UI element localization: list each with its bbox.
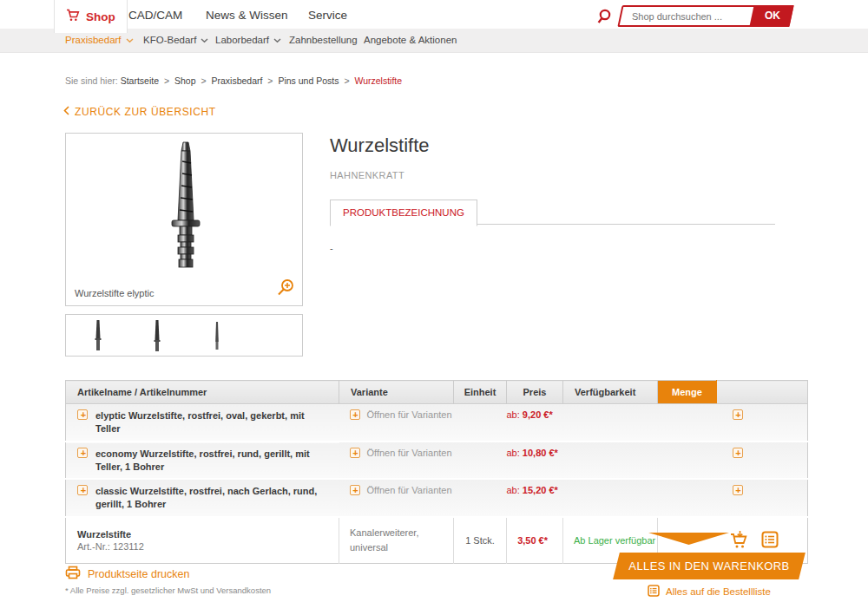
category-nav: Praxisbedarf KFO-Bedarf Laborbedarf Zahn… — [0, 29, 868, 53]
orderlist-label: Alles auf die Bestellliste — [666, 586, 771, 597]
product-page: Shop CAD/CAM News & Wissen Service OK Pr… — [0, 0, 868, 602]
variant-row-economy: economy Wurzelstifte, rostfrei, rund, ge… — [66, 442, 808, 480]
nav-tab-shop-label: Shop — [86, 10, 115, 23]
add-all-to-orderlist-link[interactable]: Alles auf die Bestellliste — [616, 585, 802, 599]
subnav-label: Praxisbedarf — [65, 35, 122, 45]
open-variants-label: Öffnen für Varianten — [367, 448, 452, 458]
article-number: Art.-Nr.: 123112 — [66, 540, 339, 552]
price-footnote: * Alle Preise zzgl. gesetzlicher MwSt un… — [65, 586, 271, 595]
subnav-label: Laborbedarf — [215, 35, 269, 45]
subnav-laborbedarf[interactable]: Laborbedarf — [215, 35, 281, 45]
breadcrumb-separator: > — [201, 75, 206, 86]
col-header-einheit: Einheit — [454, 381, 507, 404]
breadcrumb-current: Wurzelstifte — [354, 75, 402, 86]
add-all-label: ALLES IN DEN WARENKORB — [616, 559, 802, 573]
main-nav: Shop CAD/CAM News & Wissen Service OK — [0, 0, 868, 29]
add-quantity-icon[interactable] — [733, 485, 743, 495]
page-title: Wurzelstifte — [330, 134, 807, 157]
shop-search: OK — [597, 5, 806, 28]
subnav-zahnbestellung[interactable]: Zahnbestellung — [289, 35, 358, 45]
variant-row-elyptic: elyptic Wurzelstifte, rostfrei, oval, ge… — [66, 404, 808, 442]
product-image[interactable] — [161, 141, 210, 279]
price-prefix: ab: — [507, 409, 520, 420]
price-prefix: ab: — [507, 448, 520, 458]
expand-row-icon[interactable] — [77, 409, 88, 420]
nav-tab-shop[interactable]: Shop — [54, 0, 128, 33]
table-header-row: Artikelname / Artikelnummer Variante Ein… — [66, 381, 808, 404]
product-image-box: Wurzelstifte elyptic — [65, 133, 303, 306]
breadcrumb-link-praxisbedarf[interactable]: Praxisbedarf — [211, 75, 262, 86]
add-to-cart-icon[interactable] — [729, 530, 750, 551]
breadcrumb-link-startseite[interactable]: Startseite — [121, 75, 159, 86]
open-variants-link[interactable]: Öffnen für Varianten — [339, 448, 454, 458]
thumbnail-3[interactable] — [214, 319, 220, 353]
subnav-angebote-aktionen[interactable]: Angebote & Aktionen — [364, 35, 457, 45]
chevron-down-icon — [273, 35, 281, 45]
cart-icon — [66, 9, 81, 25]
thumbnail-strip — [65, 314, 303, 357]
chevron-down-icon — [201, 35, 208, 45]
open-variants-label: Öffnen für Varianten — [367, 485, 452, 495]
thumbnail-2[interactable] — [153, 319, 161, 353]
breadcrumb-separator: > — [344, 75, 349, 86]
zoom-image-icon[interactable] — [276, 278, 295, 300]
variant-text: Kanalerweiterer, universal — [339, 517, 454, 563]
breadcrumb-link-shop[interactable]: Shop — [174, 75, 196, 86]
product-description: - — [330, 243, 333, 253]
subnav-label: KFO-Bedarf — [143, 35, 196, 45]
add-quantity-icon[interactable] — [733, 448, 743, 458]
chevron-down-icon — [126, 35, 134, 45]
thumbnail-1[interactable] — [94, 319, 102, 353]
search-input[interactable] — [632, 7, 745, 25]
expand-row-icon[interactable] — [77, 485, 88, 495]
col-header-menge: Menge — [658, 381, 717, 404]
open-variants-label: Öffnen für Varianten — [367, 409, 452, 420]
breadcrumb-separator: > — [267, 75, 273, 86]
print-label: Produktseite drucken — [88, 568, 189, 580]
open-variants-link[interactable]: Öffnen für Varianten — [339, 409, 454, 420]
back-to-overview-link[interactable]: ZURÜCK ZUR ÜBERSICHT — [63, 106, 216, 118]
search-icon[interactable] — [597, 8, 615, 29]
breadcrumb: Sie sind hier: Startseite > Shop > Praxi… — [65, 75, 402, 86]
back-link-label: ZURÜCK ZUR ÜBERSICHT — [75, 106, 216, 118]
nav-tab-news-wissen[interactable]: News & Wissen — [206, 9, 288, 22]
col-header-variante: Variante — [339, 381, 454, 404]
price-value: 10,80 €* — [523, 448, 558, 458]
search-ok-button[interactable]: OK — [759, 10, 786, 22]
breadcrumb-link-pins-und-posts[interactable]: Pins und Posts — [278, 75, 339, 86]
plus-icon — [350, 448, 360, 458]
list-icon — [648, 585, 660, 599]
subnav-kfo-bedarf[interactable]: KFO-Bedarf — [143, 35, 208, 45]
col-header-actions — [717, 381, 808, 404]
col-header-preis: Preis — [507, 381, 563, 404]
price-prefix: ab: — [507, 485, 520, 495]
unit-value: 1 Stck. — [454, 517, 507, 563]
nav-tab-service[interactable]: Service — [308, 9, 347, 22]
open-variants-link[interactable]: Öffnen für Varianten — [339, 485, 454, 495]
col-header-artikelname: Artikelname / Artikelnummer — [66, 381, 339, 404]
product-image-caption: Wurzelstifte elyptic — [75, 288, 155, 298]
price-value: 3,50 €* — [517, 535, 548, 546]
detail-tabbar: PRODUKTBEZEICHNUNG — [330, 200, 775, 226]
article-name: Wurzelstifte — [66, 529, 339, 540]
quantity-band-arrow — [648, 533, 729, 545]
article-name: elyptic Wurzelstifte, rostfrei, oval, ge… — [95, 409, 339, 435]
subnav-praxisbedarf[interactable]: Praxisbedarf — [65, 35, 134, 45]
price-value: 15,20 €* — [523, 485, 558, 495]
product-detail-column: Wurzelstifte HAHNENKRATT PRODUKTBEZEICHN… — [330, 134, 807, 157]
nav-tab-cadcam[interactable]: CAD/CAM — [128, 9, 182, 22]
article-table-zone: Artikelname / Artikelnummer Variante Ein… — [65, 380, 807, 564]
article-name: economy Wurzelstifte, rostfrei, rund, ge… — [95, 448, 339, 474]
add-to-list-icon[interactable] — [761, 531, 779, 550]
brand-name: HAHNENKRATT — [330, 170, 404, 180]
col-header-verfuegbarkeit: Verfügbarkeit — [563, 381, 658, 404]
breadcrumb-prefix: Sie sind hier: — [65, 75, 118, 86]
add-all-to-cart-button[interactable]: ALLES IN DEN WARENKORB — [616, 553, 802, 579]
print-product-page-link[interactable]: Produktseite drucken — [65, 566, 189, 582]
expand-row-icon[interactable] — [77, 448, 88, 458]
article-name: classic Wurzelstifte, rostfrei, nach Ger… — [95, 485, 339, 511]
printer-icon — [65, 566, 81, 582]
chevron-left-icon — [63, 106, 69, 118]
add-quantity-icon[interactable] — [733, 409, 743, 420]
tab-produktbezeichnung[interactable]: PRODUKTBEZEICHNUNG — [330, 200, 477, 226]
